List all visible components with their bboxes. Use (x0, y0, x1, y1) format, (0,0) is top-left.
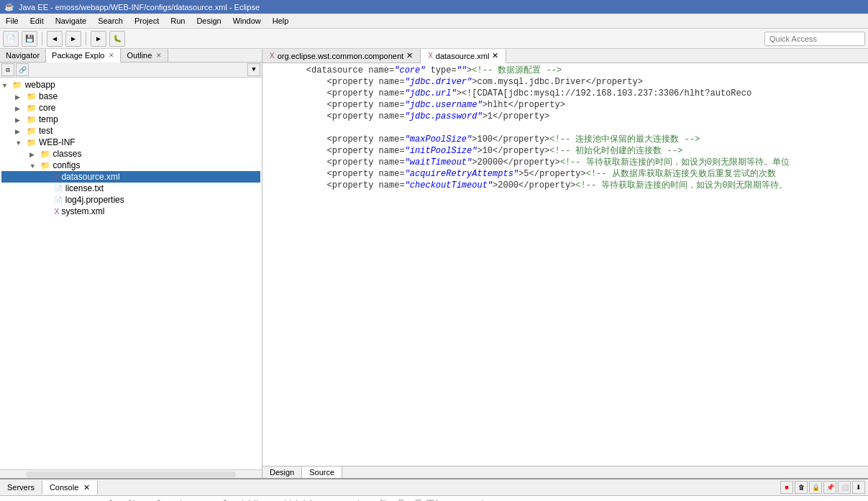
toolbar: 📄 💾 ◀ ▶ ▶ 🐛 (0, 29, 868, 49)
tree-item-webinf[interactable]: ▼ 📁 WEB-INF (1, 137, 260, 148)
core-arrow: ▶ (15, 105, 24, 112)
console-tab[interactable]: Console ✕ (42, 481, 98, 495)
menu-item-run[interactable]: Run (168, 15, 188, 27)
view-menu-btn[interactable]: ▼ (247, 63, 260, 76)
test-label: test (39, 126, 52, 136)
toolbar-save[interactable]: 💾 (22, 31, 37, 47)
tree-item-classes[interactable]: ▶ 📁 classes (1, 148, 260, 160)
tree-item-configs[interactable]: ▼ 📁 configs (1, 160, 260, 171)
webinf-folder-icon: 📁 (27, 138, 37, 147)
tree-item-test[interactable]: ▶ 📁 test (1, 125, 260, 137)
servers-tab[interactable]: Servers (0, 481, 42, 494)
toolbar-run[interactable]: ▶ (91, 31, 106, 47)
collapse-all-btn[interactable]: ⊟ (1, 63, 14, 76)
stop-btn[interactable]: ■ (780, 481, 793, 494)
tab-navigator[interactable]: Navigator (0, 49, 46, 62)
tree-item-base[interactable]: ▶ 📁 base (1, 91, 260, 102)
test-folder-icon: 📁 (27, 127, 37, 135)
menu-item-project[interactable]: Project (132, 15, 162, 27)
toolbar-separator-1 (42, 32, 42, 45)
tab-wst-component[interactable]: X org.eclipse.wst.common.component ✕ (262, 49, 421, 63)
menu-item-window[interactable]: Window (230, 15, 264, 27)
main-layout: Navigator Package Explo ✕ Outline ✕ ⊟ 🔗 … (0, 49, 868, 478)
console-output: Tomcat v7.0 Server at localhost [Apache … (0, 496, 868, 501)
datasource-tab-close[interactable]: ✕ (492, 51, 498, 60)
menu-item-edit[interactable]: Edit (27, 15, 47, 27)
servers-tab-label: Servers (7, 483, 35, 492)
code-line-10: <property name="acquireRetryAttempts">5<… (264, 168, 867, 180)
system-file-icon: X (54, 208, 59, 216)
editor-tabs: X org.eclipse.wst.common.component ✕ X d… (262, 49, 868, 63)
design-tab-label: Design (270, 468, 294, 477)
source-tab[interactable]: Source (302, 466, 342, 478)
tree-item-log4j[interactable]: 📄 log4j.properties (1, 194, 260, 206)
outline-label: Outline (127, 51, 152, 60)
toolbar-forward[interactable]: ▶ (65, 31, 81, 47)
tree-item-temp[interactable]: ▶ 📁 temp (1, 114, 260, 125)
minimize-btn[interactable]: ⬇ (852, 481, 865, 494)
scroll-lock-btn[interactable]: 🔒 (809, 481, 822, 494)
tree-item-core[interactable]: ▶ 📁 core (1, 102, 260, 114)
tree-item-system[interactable]: X system.xml (1, 206, 260, 217)
classes-arrow: ▶ (29, 151, 38, 158)
temp-folder-icon: 📁 (27, 115, 37, 124)
package-explorer-label: Package Explo (52, 51, 104, 60)
bottom-section: Servers Console ✕ ■ 🗑 🔒 📌 ⬜ ⬇ Tomcat v7.… (0, 478, 868, 501)
license-file-icon: 📄 (54, 185, 63, 193)
left-panel-scrollbar[interactable] (0, 469, 262, 478)
left-toolbar-spacer (30, 63, 246, 76)
editor-bottom-tabs: Design Source (262, 466, 868, 478)
tree-item-license[interactable]: 📄 license.txt (1, 183, 260, 194)
code-line-2: <property name="jdbc.driver">com.mysql.j… (264, 76, 867, 88)
code-line-4: <property name="jdbc.username">hlht</pro… (264, 99, 867, 111)
tab-package-explorer[interactable]: Package Explo ✕ (46, 49, 121, 63)
toolbar-debug[interactable]: 🐛 (109, 31, 125, 47)
toolbar-new[interactable]: 📄 (3, 31, 19, 47)
pin-btn[interactable]: 📌 (823, 481, 836, 494)
left-panel: Navigator Package Explo ✕ Outline ✕ ⊟ 🔗 … (0, 49, 262, 478)
link-editor-btn[interactable]: 🔗 (16, 63, 29, 76)
base-arrow: ▶ (15, 93, 24, 101)
configs-arrow: ▼ (29, 162, 38, 170)
temp-arrow: ▶ (15, 116, 24, 124)
code-line-11: <property name="checkoutTimeout">2000</p… (264, 180, 867, 191)
menu-bar: FileEditNavigateSearchProjectRunDesignWi… (0, 14, 868, 29)
quick-access-input[interactable] (764, 32, 865, 46)
core-label: core (39, 103, 55, 113)
outline-close[interactable]: ✕ (156, 52, 162, 59)
menu-item-file[interactable]: File (3, 15, 22, 27)
file-tree: ▼ 📁 webapp ▶ 📁 base ▶ 📁 core ▶ 📁 te (0, 78, 262, 469)
left-panel-toolbar: ⊟ 🔗 ▼ (0, 63, 262, 78)
tab-datasource-xml[interactable]: X datasource.xml ✕ (421, 49, 506, 63)
menu-item-help[interactable]: Help (270, 15, 292, 27)
base-label: base (39, 91, 58, 101)
code-line-5: <property name="jdbc.password">1</proper… (264, 111, 867, 122)
toolbar-back[interactable]: ◀ (47, 31, 63, 47)
horizontal-scrollbar[interactable] (26, 472, 235, 477)
toolbar-separator-2 (86, 32, 86, 45)
package-explorer-close[interactable]: ✕ (109, 52, 114, 59)
code-line-1: <datasource name="core" type=""><!-- 数据源… (264, 65, 867, 76)
wst-tab-close[interactable]: ✕ (406, 51, 413, 60)
console-tab-close[interactable]: ✕ (83, 483, 90, 492)
left-tab-bar: Navigator Package Explo ✕ Outline ✕ (0, 49, 262, 63)
configs-folder-icon: 📁 (40, 161, 50, 170)
code-line-7: <property name="maxPoolSize">100</proper… (264, 134, 867, 145)
clear-console-btn[interactable]: 🗑 (795, 481, 808, 494)
code-editor[interactable]: <datasource name="core" type=""><!-- 数据源… (262, 63, 868, 466)
menu-item-search[interactable]: Search (95, 15, 126, 27)
classes-folder-icon: 📁 (40, 150, 50, 158)
menu-item-design[interactable]: Design (193, 15, 224, 27)
maximize-btn[interactable]: ⬜ (838, 481, 851, 494)
tree-item-webapp[interactable]: ▼ 📁 webapp (1, 79, 260, 91)
code-line-9: <property name="waitTimeout">20000</prop… (264, 157, 867, 168)
log4j-label: log4j.properties (65, 195, 124, 205)
design-tab[interactable]: Design (262, 466, 302, 478)
core-folder-icon: 📁 (27, 104, 37, 112)
datasource-tab-label: datasource.xml (436, 52, 490, 60)
menu-item-navigate[interactable]: Navigate (52, 15, 89, 27)
code-line-8: <property name="initPoolSize">10</proper… (264, 145, 867, 157)
tree-item-datasource[interactable]: X datasource.xml (1, 171, 260, 183)
tab-outline[interactable]: Outline ✕ (121, 49, 168, 62)
webapp-label: webapp (25, 80, 55, 90)
